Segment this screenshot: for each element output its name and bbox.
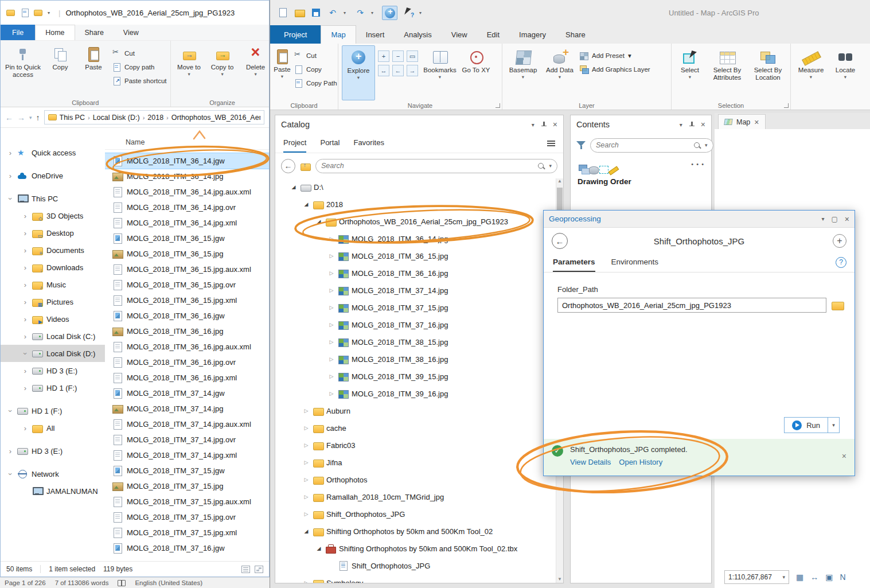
bookmarks-button[interactable]: Bookmarks ▾	[421, 45, 459, 100]
sidebar-item[interactable]: HD 1 (F:)	[1, 379, 105, 396]
add-data-button[interactable]: Add Data ▾	[543, 45, 576, 100]
catalog-tree-item[interactable]: Auburn	[275, 402, 556, 419]
expander-chevron-icon[interactable]	[22, 246, 28, 255]
catalog-tree-item[interactable]: Shifting Orthophotos by 50km and 500Km T…	[275, 523, 556, 540]
sidebar-item[interactable]: This PC	[1, 190, 105, 207]
catalog-tree-item[interactable]: MOLG_2018_ITM_39_16.jpg	[275, 385, 556, 402]
geoprocessing-header[interactable]: Geoprocessing ▾ ▢ ×	[544, 211, 855, 228]
explore-button[interactable]: Explore ▾	[342, 45, 375, 100]
previous-extent-icon[interactable]: ←	[392, 65, 404, 76]
catalog-tree-item[interactable]: MOLG_2018_ITM_36_16.jpg	[275, 264, 556, 282]
banner-close-icon[interactable]: ×	[842, 451, 846, 461]
tree-expander-icon[interactable]	[328, 236, 335, 242]
redo-dropdown[interactable]: ▾	[371, 10, 377, 15]
word-language-indicator[interactable]: English (United States)	[135, 579, 202, 586]
map-view-tab[interactable]: Map ×	[718, 114, 766, 129]
arcgis-ribbon-tab[interactable]: Imagery	[509, 25, 556, 44]
expander-chevron-icon[interactable]	[22, 315, 28, 324]
delete-button[interactable]: Delete ▾	[241, 43, 270, 98]
tree-expander-icon[interactable]	[303, 580, 310, 583]
catalog-tree-item[interactable]: D:\	[275, 178, 556, 196]
sidebar-item[interactable]: OneDrive	[1, 167, 105, 184]
tree-expander-icon[interactable]	[303, 442, 310, 448]
qat-customize-dropdown-arcgis[interactable]: ▾	[419, 10, 425, 15]
geoprocessing-float-icon[interactable]: ▢	[831, 215, 837, 223]
tree-expander-icon[interactable]	[328, 270, 335, 276]
sidebar-item[interactable]: Music	[1, 276, 105, 293]
catalog-tree-item[interactable]: MOLG_2018_ITM_37_16.jpg	[275, 316, 556, 333]
breadcrumb-item[interactable]: Orthophotos_WB_2016_Aerial_25cm_jpg_PG19…	[171, 114, 260, 122]
completion-link[interactable]: Open History	[619, 458, 662, 466]
tree-expander-icon[interactable]	[290, 184, 297, 190]
file-row[interactable]: MOLG_2018_ITM_37_16.jgw	[105, 540, 269, 556]
file-row[interactable]: MOLG_2018_ITM_36_16.jpg	[105, 324, 269, 339]
tree-expander-icon[interactable]	[328, 305, 335, 310]
move-to-button[interactable]: Move to ▾	[174, 43, 204, 98]
file-row[interactable]: MOLG_2018_ITM_36_14.jpg.aux.xml	[105, 184, 269, 200]
tree-expander-icon[interactable]	[303, 528, 310, 534]
swap-extent-icon[interactable]: ↔	[378, 65, 389, 76]
catalog-tree-item[interactable]: Ramallah_2018_10cm_TMGrid_jpg	[275, 488, 556, 505]
tree-expander-icon[interactable]	[328, 391, 335, 396]
go-to-xy-button[interactable]: Go To XY	[462, 45, 490, 100]
forward-icon[interactable]: →	[17, 113, 25, 122]
file-row[interactable]: MOLG_2018_ITM_37_15.jpg.ovr	[105, 509, 269, 525]
file-row[interactable]: MOLG_2018_ITM_37_15.jpg	[105, 478, 269, 494]
completion-link[interactable]: View Details	[570, 458, 611, 466]
explorer-menu-tab[interactable]: Home	[35, 25, 75, 40]
tree-expander-icon[interactable]	[328, 322, 335, 328]
word-count-indicator[interactable]: 7 of 113086 words	[55, 579, 109, 586]
sidebar-item[interactable]: HD 3 (E:)	[1, 362, 105, 379]
tool-add-icon[interactable]: +	[833, 234, 846, 248]
expander-chevron-icon[interactable]	[22, 229, 28, 237]
undo-icon[interactable]: ↶	[327, 7, 338, 18]
sidebar-item[interactable]: Local Disk (D:)	[1, 345, 105, 362]
expander-chevron-icon[interactable]	[22, 332, 28, 341]
expander-chevron-icon[interactable]	[22, 424, 28, 433]
locate-button[interactable]: Locate ▾	[830, 45, 860, 100]
selection-dialog-launcher-icon[interactable]	[784, 103, 789, 108]
catalog-tree-item[interactable]: Shift_Orthophotos_JPG	[275, 557, 556, 574]
file-row[interactable]: MOLG_2018_ITM_36_14.jpg.ovr	[105, 200, 269, 215]
arcgis-ribbon-tab[interactable]: Analysis	[394, 25, 441, 44]
tree-expander-icon[interactable]	[303, 408, 310, 414]
thumbnails-view-icon[interactable]	[255, 566, 263, 573]
catalog-tree-item[interactable]: Shift_Orthophotos_JPG	[275, 505, 556, 523]
catalog-tree-item[interactable]: MOLG_2018_ITM_37_15.jpg	[275, 299, 556, 316]
expander-chevron-icon[interactable]	[7, 470, 13, 478]
select-by-attributes-button[interactable]: Select By Attributes	[708, 45, 747, 100]
new-project-icon[interactable]	[277, 7, 288, 18]
copy-path-button[interactable]: Copy path	[112, 63, 167, 72]
redo-icon[interactable]: ↷	[354, 7, 366, 18]
breadcrumb-item[interactable]: This PC ›	[60, 114, 90, 122]
navigate-dialog-launcher-icon[interactable]	[496, 103, 500, 108]
sidebar-item[interactable]: Pictures	[1, 293, 105, 310]
copy-button[interactable]: Copy	[45, 43, 75, 98]
file-row[interactable]: MOLG_2018_ITM_37_15.jgw	[105, 463, 269, 478]
file-row[interactable]: MOLG_2018_ITM_36_14.jgw	[105, 153, 269, 169]
qat-new-folder-icon[interactable]	[34, 10, 42, 16]
expander-chevron-icon[interactable]	[7, 407, 13, 415]
catalog-menu-icon[interactable]	[547, 141, 555, 146]
browse-folder-icon[interactable]	[832, 301, 844, 310]
tree-expander-icon[interactable]	[328, 339, 335, 345]
expander-chevron-icon[interactable]	[22, 298, 28, 306]
sidebar-item[interactable]: Documents	[1, 242, 105, 259]
catalog-pin-icon[interactable]	[540, 121, 547, 128]
sidebar-item[interactable]: JAMALNUMAN	[1, 482, 105, 500]
cut-button[interactable]: Cut	[112, 49, 167, 58]
arcgis-cut-button[interactable]: Cut	[294, 51, 337, 60]
explorer-menu-tab[interactable]: Share	[75, 25, 114, 40]
open-project-icon[interactable]	[294, 7, 305, 18]
contents-dropdown-icon[interactable]: ▾	[680, 122, 682, 128]
explorer-menu-tab[interactable]: File	[1, 25, 35, 40]
sidebar-item[interactable]: Videos	[1, 310, 105, 328]
file-row[interactable]: MOLG_2018_ITM_37_14.jpg.ovr	[105, 432, 269, 447]
file-row[interactable]: MOLG_2018_ITM_36_16.jpg.xml	[105, 370, 269, 385]
catalog-tree-item[interactable]: Shifting Orthophotos by 50km and 500Km T…	[275, 540, 556, 557]
save-project-icon[interactable]	[310, 7, 322, 18]
run-button[interactable]: Run ▾	[784, 417, 840, 433]
catalog-tree-item[interactable]: MOLG_2018_ITM_36_15.jpg	[275, 247, 556, 264]
tool-help-icon[interactable]: ?	[836, 257, 846, 268]
pin-to-quick-access-button[interactable]: Pin to Quick access	[4, 43, 42, 98]
